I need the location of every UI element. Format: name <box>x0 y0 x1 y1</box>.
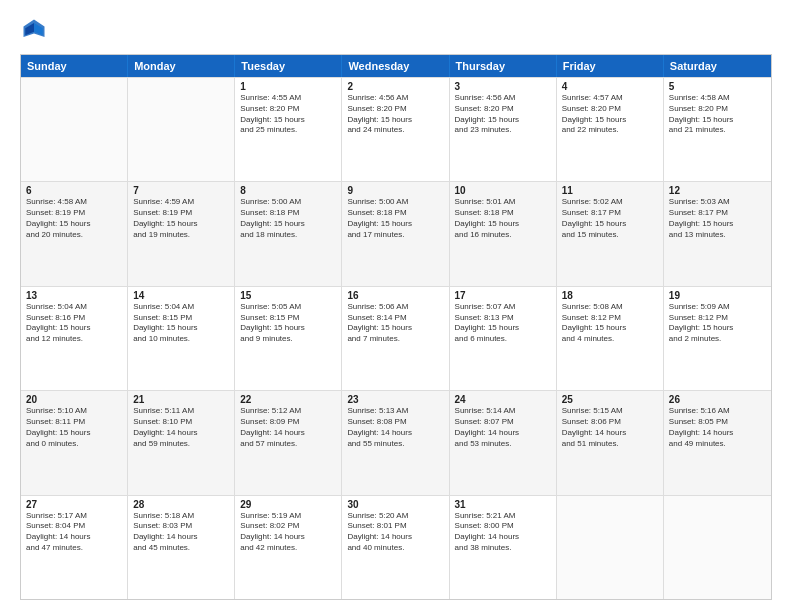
day-number: 20 <box>26 394 122 405</box>
cell-info: Sunrise: 5:14 AMSunset: 8:07 PMDaylight:… <box>455 406 551 449</box>
day-number: 17 <box>455 290 551 301</box>
day-number: 10 <box>455 185 551 196</box>
day-number: 8 <box>240 185 336 196</box>
cell-info: Sunrise: 5:17 AMSunset: 8:04 PMDaylight:… <box>26 511 122 554</box>
day-number: 15 <box>240 290 336 301</box>
cell-info: Sunrise: 4:56 AMSunset: 8:20 PMDaylight:… <box>347 93 443 136</box>
day-number: 25 <box>562 394 658 405</box>
cell-info: Sunrise: 5:09 AMSunset: 8:12 PMDaylight:… <box>669 302 766 345</box>
cell-info: Sunrise: 5:04 AMSunset: 8:15 PMDaylight:… <box>133 302 229 345</box>
cell-info: Sunrise: 4:57 AMSunset: 8:20 PMDaylight:… <box>562 93 658 136</box>
day-number: 24 <box>455 394 551 405</box>
calendar-cell: 7Sunrise: 4:59 AMSunset: 8:19 PMDaylight… <box>128 182 235 285</box>
calendar-cell: 19Sunrise: 5:09 AMSunset: 8:12 PMDayligh… <box>664 287 771 390</box>
calendar-cell: 21Sunrise: 5:11 AMSunset: 8:10 PMDayligh… <box>128 391 235 494</box>
cell-info: Sunrise: 5:16 AMSunset: 8:05 PMDaylight:… <box>669 406 766 449</box>
day-number: 16 <box>347 290 443 301</box>
day-number: 28 <box>133 499 229 510</box>
weekday-header: Wednesday <box>342 55 449 77</box>
cell-info: Sunrise: 5:20 AMSunset: 8:01 PMDaylight:… <box>347 511 443 554</box>
day-number: 19 <box>669 290 766 301</box>
cell-info: Sunrise: 5:12 AMSunset: 8:09 PMDaylight:… <box>240 406 336 449</box>
calendar-cell: 23Sunrise: 5:13 AMSunset: 8:08 PMDayligh… <box>342 391 449 494</box>
calendar-page: SundayMondayTuesdayWednesdayThursdayFrid… <box>0 0 792 612</box>
calendar-cell: 15Sunrise: 5:05 AMSunset: 8:15 PMDayligh… <box>235 287 342 390</box>
cell-info: Sunrise: 5:07 AMSunset: 8:13 PMDaylight:… <box>455 302 551 345</box>
calendar-cell <box>557 496 664 599</box>
cell-info: Sunrise: 5:10 AMSunset: 8:11 PMDaylight:… <box>26 406 122 449</box>
cell-info: Sunrise: 5:21 AMSunset: 8:00 PMDaylight:… <box>455 511 551 554</box>
cell-info: Sunrise: 5:11 AMSunset: 8:10 PMDaylight:… <box>133 406 229 449</box>
calendar-cell: 22Sunrise: 5:12 AMSunset: 8:09 PMDayligh… <box>235 391 342 494</box>
calendar-cell: 10Sunrise: 5:01 AMSunset: 8:18 PMDayligh… <box>450 182 557 285</box>
day-number: 7 <box>133 185 229 196</box>
cell-info: Sunrise: 5:03 AMSunset: 8:17 PMDaylight:… <box>669 197 766 240</box>
logo <box>20 16 52 44</box>
weekday-header: Monday <box>128 55 235 77</box>
calendar-cell: 27Sunrise: 5:17 AMSunset: 8:04 PMDayligh… <box>21 496 128 599</box>
day-number: 12 <box>669 185 766 196</box>
cell-info: Sunrise: 5:02 AMSunset: 8:17 PMDaylight:… <box>562 197 658 240</box>
calendar-cell: 31Sunrise: 5:21 AMSunset: 8:00 PMDayligh… <box>450 496 557 599</box>
calendar-cell: 6Sunrise: 4:58 AMSunset: 8:19 PMDaylight… <box>21 182 128 285</box>
day-number: 2 <box>347 81 443 92</box>
page-header <box>20 16 772 44</box>
calendar-cell: 8Sunrise: 5:00 AMSunset: 8:18 PMDaylight… <box>235 182 342 285</box>
calendar-cell: 29Sunrise: 5:19 AMSunset: 8:02 PMDayligh… <box>235 496 342 599</box>
calendar-cell: 11Sunrise: 5:02 AMSunset: 8:17 PMDayligh… <box>557 182 664 285</box>
calendar-cell: 1Sunrise: 4:55 AMSunset: 8:20 PMDaylight… <box>235 78 342 181</box>
calendar-cell: 2Sunrise: 4:56 AMSunset: 8:20 PMDaylight… <box>342 78 449 181</box>
weekday-header: Saturday <box>664 55 771 77</box>
weekday-header: Thursday <box>450 55 557 77</box>
day-number: 31 <box>455 499 551 510</box>
calendar-cell: 25Sunrise: 5:15 AMSunset: 8:06 PMDayligh… <box>557 391 664 494</box>
cell-info: Sunrise: 5:06 AMSunset: 8:14 PMDaylight:… <box>347 302 443 345</box>
day-number: 22 <box>240 394 336 405</box>
calendar-row: 1Sunrise: 4:55 AMSunset: 8:20 PMDaylight… <box>21 77 771 181</box>
cell-info: Sunrise: 5:00 AMSunset: 8:18 PMDaylight:… <box>347 197 443 240</box>
cell-info: Sunrise: 5:18 AMSunset: 8:03 PMDaylight:… <box>133 511 229 554</box>
calendar-cell: 24Sunrise: 5:14 AMSunset: 8:07 PMDayligh… <box>450 391 557 494</box>
calendar-cell: 4Sunrise: 4:57 AMSunset: 8:20 PMDaylight… <box>557 78 664 181</box>
day-number: 4 <box>562 81 658 92</box>
calendar-cell: 30Sunrise: 5:20 AMSunset: 8:01 PMDayligh… <box>342 496 449 599</box>
calendar-cell: 17Sunrise: 5:07 AMSunset: 8:13 PMDayligh… <box>450 287 557 390</box>
cell-info: Sunrise: 4:58 AMSunset: 8:20 PMDaylight:… <box>669 93 766 136</box>
calendar-cell <box>21 78 128 181</box>
cell-info: Sunrise: 5:04 AMSunset: 8:16 PMDaylight:… <box>26 302 122 345</box>
weekday-header: Sunday <box>21 55 128 77</box>
calendar-row: 20Sunrise: 5:10 AMSunset: 8:11 PMDayligh… <box>21 390 771 494</box>
calendar-row: 27Sunrise: 5:17 AMSunset: 8:04 PMDayligh… <box>21 495 771 599</box>
cell-info: Sunrise: 5:15 AMSunset: 8:06 PMDaylight:… <box>562 406 658 449</box>
calendar-cell: 12Sunrise: 5:03 AMSunset: 8:17 PMDayligh… <box>664 182 771 285</box>
weekday-header: Tuesday <box>235 55 342 77</box>
cell-info: Sunrise: 4:58 AMSunset: 8:19 PMDaylight:… <box>26 197 122 240</box>
day-number: 5 <box>669 81 766 92</box>
day-number: 26 <box>669 394 766 405</box>
day-number: 27 <box>26 499 122 510</box>
cell-info: Sunrise: 4:55 AMSunset: 8:20 PMDaylight:… <box>240 93 336 136</box>
day-number: 29 <box>240 499 336 510</box>
day-number: 9 <box>347 185 443 196</box>
calendar-cell: 20Sunrise: 5:10 AMSunset: 8:11 PMDayligh… <box>21 391 128 494</box>
weekday-header: Friday <box>557 55 664 77</box>
calendar-cell: 13Sunrise: 5:04 AMSunset: 8:16 PMDayligh… <box>21 287 128 390</box>
cell-info: Sunrise: 5:08 AMSunset: 8:12 PMDaylight:… <box>562 302 658 345</box>
calendar-cell: 3Sunrise: 4:56 AMSunset: 8:20 PMDaylight… <box>450 78 557 181</box>
calendar-cell: 26Sunrise: 5:16 AMSunset: 8:05 PMDayligh… <box>664 391 771 494</box>
calendar-cell: 9Sunrise: 5:00 AMSunset: 8:18 PMDaylight… <box>342 182 449 285</box>
calendar-cell: 28Sunrise: 5:18 AMSunset: 8:03 PMDayligh… <box>128 496 235 599</box>
calendar-cell: 5Sunrise: 4:58 AMSunset: 8:20 PMDaylight… <box>664 78 771 181</box>
cell-info: Sunrise: 4:56 AMSunset: 8:20 PMDaylight:… <box>455 93 551 136</box>
logo-icon <box>20 16 48 44</box>
day-number: 11 <box>562 185 658 196</box>
calendar-cell <box>664 496 771 599</box>
day-number: 18 <box>562 290 658 301</box>
calendar-cell: 18Sunrise: 5:08 AMSunset: 8:12 PMDayligh… <box>557 287 664 390</box>
day-number: 21 <box>133 394 229 405</box>
cell-info: Sunrise: 5:19 AMSunset: 8:02 PMDaylight:… <box>240 511 336 554</box>
day-number: 3 <box>455 81 551 92</box>
calendar-header: SundayMondayTuesdayWednesdayThursdayFrid… <box>21 55 771 77</box>
cell-info: Sunrise: 5:00 AMSunset: 8:18 PMDaylight:… <box>240 197 336 240</box>
day-number: 14 <box>133 290 229 301</box>
